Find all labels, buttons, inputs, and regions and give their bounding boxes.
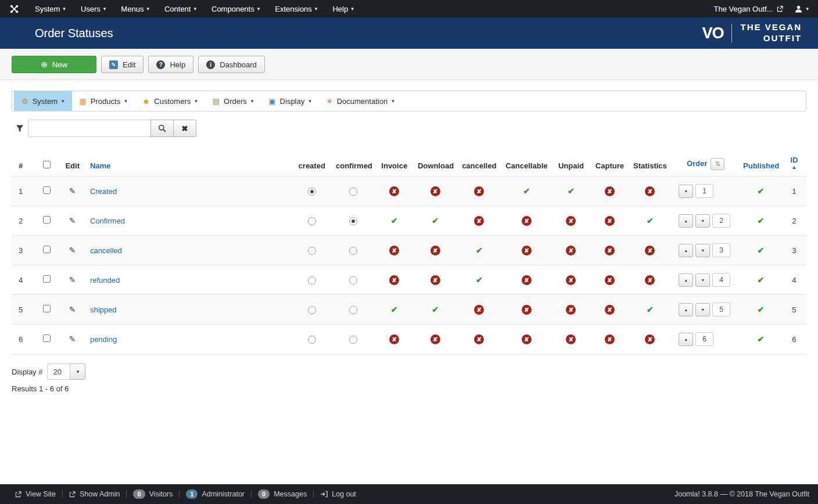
created-radio[interactable]: [308, 217, 316, 225]
cancellable-status-icon[interactable]: [522, 186, 532, 196]
unpaid-status-icon[interactable]: [566, 186, 576, 196]
invoice-status-icon[interactable]: [389, 246, 399, 255]
menu-help[interactable]: Help▾: [325, 0, 361, 17]
unpaid-status-icon[interactable]: [566, 216, 576, 226]
order-input[interactable]: [712, 243, 730, 257]
invoice-status-icon[interactable]: [389, 186, 399, 196]
unpaid-status-icon[interactable]: [566, 334, 576, 344]
order-up-button[interactable]: ▲: [679, 214, 693, 228]
menu-users[interactable]: Users▾: [73, 0, 113, 17]
nav-item-display[interactable]: ▣ Display ▾: [261, 91, 318, 111]
footer-logout-link[interactable]: Log out: [314, 490, 363, 498]
created-radio[interactable]: [308, 247, 316, 255]
confirmed-radio[interactable]: [349, 336, 357, 344]
statistics-status-icon[interactable]: [645, 305, 655, 315]
download-status-icon[interactable]: [430, 246, 440, 255]
cancellable-status-icon[interactable]: [522, 216, 532, 226]
unpaid-status-icon[interactable]: [566, 246, 576, 255]
select-caret-button[interactable]: ▾: [70, 363, 85, 380]
nav-item-system[interactable]: ⚙ System ▾: [14, 91, 72, 111]
nav-item-products[interactable]: ▦ Products ▾: [72, 91, 135, 111]
capture-status-icon[interactable]: [605, 246, 615, 255]
cancelled-status-icon[interactable]: [474, 305, 484, 315]
published-status-icon[interactable]: [756, 246, 766, 255]
row-checkbox[interactable]: [43, 305, 51, 312]
nav-item-orders[interactable]: ▤ Orders ▾: [205, 91, 261, 111]
edit-button[interactable]: ✎ Edit: [101, 56, 143, 73]
save-order-button[interactable]: ⇅: [711, 158, 724, 170]
capture-status-icon[interactable]: [605, 334, 615, 344]
sort-by-published-link[interactable]: Published: [743, 161, 779, 170]
statistics-status-icon[interactable]: [645, 216, 655, 226]
published-status-icon[interactable]: [756, 334, 766, 344]
invoice-status-icon[interactable]: [389, 334, 399, 344]
order-up-button[interactable]: ▲: [679, 273, 693, 287]
row-checkbox[interactable]: [43, 186, 51, 194]
new-button[interactable]: ⊕ New: [12, 56, 96, 73]
view-site-link[interactable]: The Vegan Outf...: [714, 5, 784, 13]
cancellable-status-icon[interactable]: [522, 246, 532, 255]
statistics-status-icon[interactable]: [645, 275, 655, 285]
invoice-status-icon[interactable]: [389, 305, 399, 315]
published-status-icon[interactable]: [756, 275, 766, 285]
cancelled-status-icon[interactable]: [474, 216, 484, 226]
status-name-link[interactable]: shipped: [90, 305, 117, 314]
nav-item-customers[interactable]: ☻ Customers ▾: [135, 91, 205, 111]
edit-pencil-icon[interactable]: ✎: [69, 334, 76, 344]
unpaid-status-icon[interactable]: [566, 305, 576, 315]
download-status-icon[interactable]: [430, 334, 440, 344]
statistics-status-icon[interactable]: [645, 246, 655, 255]
order-input[interactable]: [695, 332, 713, 346]
created-radio[interactable]: [308, 336, 316, 344]
menu-content[interactable]: Content▾: [157, 0, 204, 17]
clear-filter-button[interactable]: ✖: [173, 120, 196, 137]
order-down-button[interactable]: ▼: [695, 244, 710, 257]
menu-menus[interactable]: Menus▾: [113, 0, 157, 17]
order-input[interactable]: [695, 184, 713, 198]
order-down-button[interactable]: ▼: [695, 214, 710, 228]
order-up-button[interactable]: ▲: [679, 303, 693, 316]
edit-pencil-icon[interactable]: ✎: [69, 246, 76, 255]
sort-by-id-link[interactable]: ID: [790, 156, 798, 164]
nav-item-documentation[interactable]: ✳ Documentation ▾: [319, 91, 402, 111]
cancellable-status-icon[interactable]: [522, 305, 532, 315]
dashboard-button[interactable]: i Dashboard: [198, 56, 265, 73]
menu-system[interactable]: System▾: [27, 0, 73, 17]
download-status-icon[interactable]: [430, 305, 440, 315]
order-down-button[interactable]: ▼: [695, 303, 710, 316]
capture-status-icon[interactable]: [605, 275, 615, 285]
footer-view-site-link[interactable]: View Site: [9, 490, 62, 498]
published-status-icon[interactable]: [756, 305, 766, 315]
row-checkbox[interactable]: [43, 216, 51, 224]
created-radio[interactable]: [308, 276, 316, 285]
order-up-button[interactable]: ▲: [679, 244, 693, 257]
order-input[interactable]: [712, 214, 730, 228]
order-up-button[interactable]: ▲: [679, 333, 693, 346]
invoice-status-icon[interactable]: [389, 275, 399, 285]
confirmed-radio[interactable]: [349, 217, 357, 225]
order-down-button[interactable]: ▼: [679, 185, 693, 198]
download-status-icon[interactable]: [430, 216, 440, 226]
user-menu[interactable]: ▾: [795, 5, 809, 13]
cancellable-status-icon[interactable]: [522, 334, 532, 344]
created-radio[interactable]: [308, 188, 316, 196]
row-checkbox[interactable]: [43, 334, 51, 342]
statistics-status-icon[interactable]: [645, 186, 655, 196]
help-button[interactable]: ? Help: [148, 56, 193, 73]
edit-pencil-icon[interactable]: ✎: [69, 216, 76, 225]
status-name-link[interactable]: refunded: [90, 276, 120, 285]
edit-pencil-icon[interactable]: ✎: [69, 305, 76, 314]
order-input[interactable]: [712, 273, 730, 287]
confirmed-radio[interactable]: [349, 247, 357, 255]
download-status-icon[interactable]: [430, 186, 440, 196]
menu-extensions[interactable]: Extensions▾: [267, 0, 325, 17]
search-button[interactable]: [150, 120, 174, 137]
cancelled-status-icon[interactable]: [474, 186, 484, 196]
status-name-link[interactable]: Confirmed: [90, 217, 125, 225]
edit-pencil-icon[interactable]: ✎: [69, 275, 76, 285]
row-checkbox[interactable]: [43, 275, 51, 283]
select-all-checkbox[interactable]: [43, 161, 51, 168]
sort-by-name-link[interactable]: Name: [90, 161, 110, 170]
published-status-icon[interactable]: [756, 216, 766, 226]
status-name-link[interactable]: pending: [90, 335, 117, 344]
